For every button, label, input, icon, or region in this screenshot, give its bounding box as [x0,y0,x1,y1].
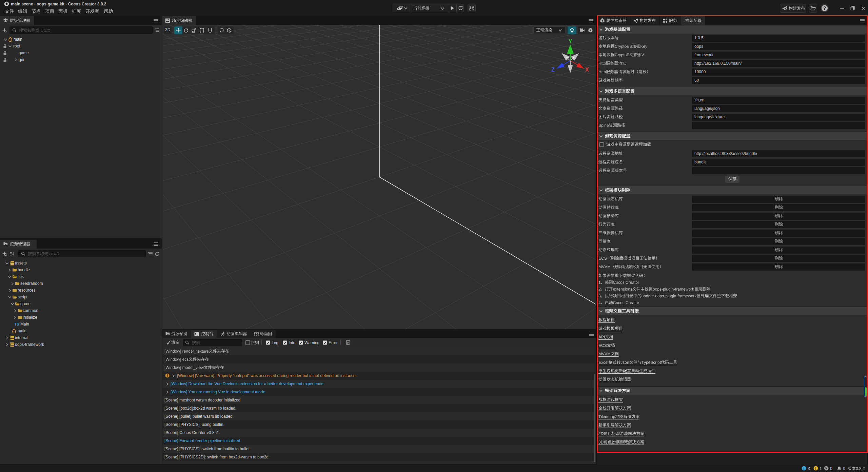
svg-text:X: X [585,67,589,73]
svg-text:?: ? [823,5,826,11]
svg-text:Y: Y [569,39,572,44]
svg-text:Z: Z [551,67,555,73]
